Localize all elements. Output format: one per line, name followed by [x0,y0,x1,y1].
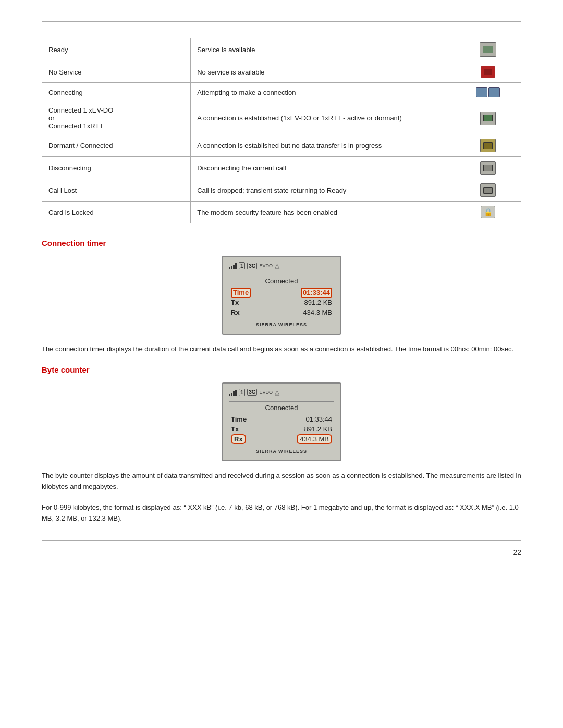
icon-disconnecting [455,157,521,179]
state-connected-evdo: Connected 1 xEV-DO or Connected 1xRTT [42,102,191,134]
connected-label-bytes: Connected [229,404,334,412]
sierra-brand-bytes: SIERRA WIRELESS [229,449,334,454]
triangle-icon-2: △ [275,389,279,396]
3g-icon: 3G [247,263,257,269]
table-row: Disconnecting Disconnecting the current … [42,157,521,179]
icon-dormant [455,134,521,157]
state-card-locked: Card is Locked [42,202,191,223]
byte-counter-description2: For 0-999 kilobytes, the format is displ… [42,502,521,524]
time-value: 01:33:44 [257,288,333,297]
tx-label: Tx [230,298,256,307]
icon-no-service [455,61,521,83]
icon-connecting [455,83,521,102]
connection-timer-screenshot: 1 3G EVDO △ Connected Time 01:33:44 [42,256,521,335]
table-row: Card is Locked The modem security featur… [42,202,521,223]
triangle-icon: △ [275,262,279,269]
sierra-brand-timer: SIERRA WIRELESS [229,322,334,327]
rx-label-2: Rx [230,435,256,443]
desc-dormant: A connection is established but no data … [191,134,455,157]
desc-call-lost: Call is dropped; transient state returni… [191,179,455,202]
device-display-timer: 1 3G EVDO △ Connected Time 01:33:44 [222,256,341,335]
table-row: Ready Service is available [42,38,521,61]
evdo-label-2: EVDO [259,390,273,395]
tx-value-2: 891.2 KB [257,425,333,434]
antenna-icon-2: 1 [239,389,245,396]
desc-card-locked: The modem security feature has been enab… [191,202,455,223]
tx-value: 891.2 KB [257,298,333,307]
desc-no-service: No service is available [191,61,455,83]
tx-row-2: Tx 891.2 KB [230,425,333,434]
tx-label-2: Tx [230,425,256,434]
state-call-lost: Cal l Lost [42,179,191,202]
signal-bars-timer [229,262,237,269]
rx-value-2: 434.3 MB [257,435,333,443]
connection-timer-heading: Connection timer [42,239,521,248]
device-topbar-timer: 1 3G EVDO △ [229,262,334,272]
desc-ready: Service is available [191,38,455,61]
connection-timer-section: Connection timer 1 3G EVDO △ [42,239,521,355]
connection-timer-description: The connection timer displays the durati… [42,344,521,355]
desc-connected-evdo: A connection is established (1xEV-DO or … [191,102,455,134]
device-data-timer: Time 01:33:44 Tx 891.2 KB Rx 434.3 MB [229,287,334,318]
status-table: Ready Service is available No Service No… [42,38,521,223]
desc-disconnecting: Disconnecting the current call [191,157,455,179]
byte-counter-description1: The byte counter displays the amount of … [42,471,521,492]
icon-card-locked: 🔒 [455,202,521,223]
antenna-icon: 1 [239,262,245,269]
byte-counter-section: Byte counter 1 3G EVDO △ Conn [42,365,521,524]
state-no-service: No Service [42,61,191,83]
time-label-2: Time [230,415,256,424]
signal-bars-bytes [229,389,237,396]
device-data-bytes: Time 01:33:44 Tx 891.2 KB Rx 434.3 MB [229,414,334,445]
rx-label: Rx [230,308,256,317]
table-row: Dormant / Connected A connection is esta… [42,134,521,157]
table-row: Connecting Attempting to make a connecti… [42,83,521,102]
time-value-2: 01:33:44 [257,415,333,424]
table-row: Connected 1 xEV-DO or Connected 1xRTT A … [42,102,521,134]
tx-row: Tx 891.2 KB [230,298,333,307]
table-row: Cal l Lost Call is dropped; transient st… [42,179,521,202]
byte-counter-screenshot: 1 3G EVDO △ Connected Time 01:33:44 Tx 8… [42,382,521,461]
device-display-bytes: 1 3G EVDO △ Connected Time 01:33:44 Tx 8… [222,382,341,461]
connected-label-timer: Connected [229,277,334,285]
state-dormant: Dormant / Connected [42,134,191,157]
rx-row-2: Rx 434.3 MB [230,435,333,443]
icon-call-lost [455,179,521,202]
time-row-2: Time 01:33:44 [230,415,333,424]
icon-ready [455,38,521,61]
state-disconnecting: Disconnecting [42,157,191,179]
table-row: No Service No service is available [42,61,521,83]
state-connecting: Connecting [42,83,191,102]
device-topbar-bytes: 1 3G EVDO △ [229,389,334,398]
rx-value: 434.3 MB [257,308,333,317]
page-number: 22 [513,548,521,557]
icon-connected-evdo [455,102,521,134]
byte-counter-heading: Byte counter [42,365,521,374]
time-label: Time [230,288,256,297]
desc-connecting: Attempting to make a connection [191,83,455,102]
time-row: Time 01:33:44 [230,288,333,297]
evdo-label: EVDO [259,263,273,268]
state-ready: Ready [42,38,191,61]
rx-row: Rx 434.3 MB [230,308,333,317]
3g-icon-2: 3G [247,389,257,396]
